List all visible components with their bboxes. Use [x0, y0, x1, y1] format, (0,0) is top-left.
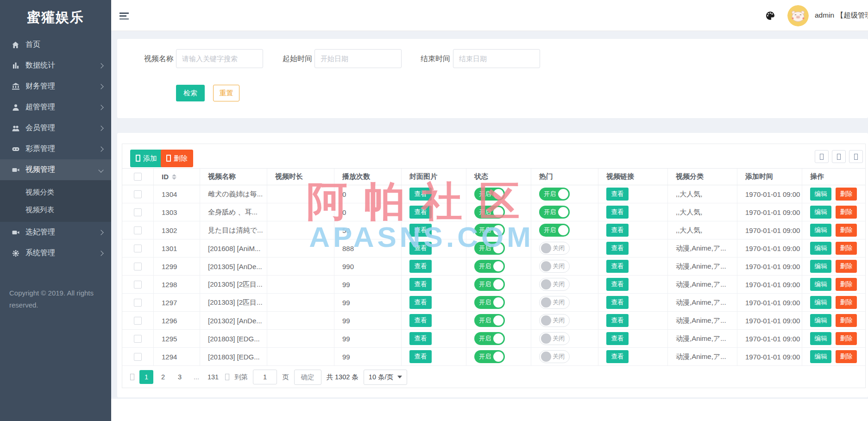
- status-toggle[interactable]: 开启: [474, 314, 505, 327]
- status-toggle[interactable]: 开启: [474, 296, 505, 309]
- row-checkbox[interactable]: [122, 221, 154, 239]
- select-all-checkbox[interactable]: [122, 169, 154, 185]
- view-cover-button[interactable]: 查看: [409, 296, 432, 309]
- status-toggle[interactable]: 开启: [474, 242, 505, 255]
- edit-button[interactable]: 编辑: [810, 188, 831, 201]
- hot-toggle[interactable]: 开启: [539, 206, 570, 219]
- hot-toggle[interactable]: 关闭: [539, 296, 570, 309]
- view-cover-button[interactable]: 查看: [409, 278, 432, 291]
- add-button[interactable]: 添加: [130, 150, 163, 167]
- next-page-button[interactable]: [225, 374, 229, 380]
- view-link-button[interactable]: 查看: [606, 350, 629, 363]
- delete-row-button[interactable]: 删除: [836, 224, 857, 237]
- confirm-page-button[interactable]: 确定: [294, 370, 321, 385]
- delete-row-button[interactable]: 删除: [836, 206, 857, 219]
- menu-fold-icon[interactable]: [120, 13, 129, 21]
- view-link-button[interactable]: 查看: [606, 296, 629, 309]
- row-checkbox[interactable]: [122, 330, 154, 347]
- edit-button[interactable]: 编辑: [810, 278, 831, 291]
- row-checkbox[interactable]: [122, 276, 154, 293]
- delete-row-button[interactable]: 删除: [836, 332, 857, 345]
- view-cover-button[interactable]: 查看: [409, 224, 432, 237]
- edit-button[interactable]: 编辑: [810, 314, 831, 327]
- view-cover-button[interactable]: 查看: [409, 260, 432, 273]
- sidebar-item[interactable]: 系统管理: [0, 243, 111, 264]
- delete-row-button[interactable]: 删除: [836, 188, 857, 201]
- view-link-button[interactable]: 查看: [606, 206, 629, 219]
- view-link-button[interactable]: 查看: [606, 188, 629, 201]
- hot-toggle[interactable]: 关闭: [539, 242, 570, 255]
- delete-row-button[interactable]: 删除: [836, 350, 857, 363]
- view-link-button[interactable]: 查看: [606, 278, 629, 291]
- sidebar-item[interactable]: 数据统计: [0, 55, 111, 76]
- goto-page-input[interactable]: [253, 370, 277, 384]
- view-cover-button[interactable]: 查看: [409, 314, 432, 327]
- hot-toggle[interactable]: 关闭: [539, 278, 570, 291]
- page-button[interactable]: 2: [156, 370, 170, 384]
- table-tool-button-3[interactable]: [849, 150, 863, 163]
- sidebar-item[interactable]: 彩票管理: [0, 138, 111, 159]
- status-toggle[interactable]: 开启: [474, 332, 505, 345]
- end-date-input[interactable]: [453, 49, 540, 68]
- hot-toggle[interactable]: 关闭: [539, 332, 570, 345]
- user-name[interactable]: admin 【超级管理员】: [815, 11, 868, 20]
- delete-row-button[interactable]: 删除: [836, 278, 857, 291]
- row-checkbox[interactable]: [122, 203, 154, 221]
- view-link-button[interactable]: 查看: [606, 332, 629, 345]
- sidebar-item[interactable]: 视频管理: [0, 159, 111, 180]
- reset-button[interactable]: 重置: [213, 85, 239, 101]
- view-link-button[interactable]: 查看: [606, 314, 629, 327]
- view-cover-button[interactable]: 查看: [409, 188, 432, 201]
- start-date-input[interactable]: [314, 49, 402, 68]
- delete-row-button[interactable]: 删除: [836, 296, 857, 309]
- view-cover-button[interactable]: 查看: [409, 206, 432, 219]
- row-checkbox[interactable]: [122, 312, 154, 329]
- sidebar-subitem[interactable]: 视频分类: [0, 183, 111, 201]
- row-checkbox[interactable]: [122, 348, 154, 365]
- prev-page-button[interactable]: [130, 374, 134, 380]
- page-size-select[interactable]: 10 条/页: [364, 370, 407, 385]
- table-tool-button-2[interactable]: [832, 150, 846, 163]
- page-button[interactable]: 131: [206, 370, 220, 384]
- sidebar-item[interactable]: 选妃管理: [0, 222, 111, 243]
- row-checkbox[interactable]: [122, 294, 154, 311]
- row-checkbox[interactable]: [122, 239, 154, 257]
- edit-button[interactable]: 编辑: [810, 260, 831, 273]
- view-cover-button[interactable]: 查看: [409, 242, 432, 255]
- view-link-button[interactable]: 查看: [606, 224, 629, 237]
- user-avatar[interactable]: [787, 5, 809, 26]
- edit-button[interactable]: 编辑: [810, 242, 831, 255]
- status-toggle[interactable]: 开启: [474, 350, 505, 363]
- page-button[interactable]: 1: [139, 370, 153, 384]
- search-button[interactable]: 检索: [176, 85, 205, 101]
- page-button[interactable]: 3: [173, 370, 187, 384]
- status-toggle[interactable]: 开启: [474, 278, 505, 291]
- edit-button[interactable]: 编辑: [810, 206, 831, 219]
- delete-row-button[interactable]: 删除: [836, 260, 857, 273]
- sidebar-item[interactable]: 首页: [0, 34, 111, 55]
- hot-toggle[interactable]: 开启: [539, 188, 570, 201]
- table-tool-button-1[interactable]: [815, 150, 829, 163]
- row-checkbox[interactable]: [122, 258, 154, 275]
- sort-icon[interactable]: [172, 174, 176, 180]
- sidebar-subitem[interactable]: 视频列表: [0, 201, 111, 219]
- view-cover-button[interactable]: 查看: [409, 332, 432, 345]
- hot-toggle[interactable]: 关闭: [539, 260, 570, 273]
- status-toggle[interactable]: 开启: [474, 224, 505, 237]
- view-link-button[interactable]: 查看: [606, 242, 629, 255]
- edit-button[interactable]: 编辑: [810, 350, 831, 363]
- sidebar-item[interactable]: 会员管理: [0, 118, 111, 138]
- hot-toggle[interactable]: 关闭: [539, 350, 570, 363]
- delete-row-button[interactable]: 删除: [836, 314, 857, 327]
- delete-button[interactable]: 删除: [161, 150, 193, 167]
- hot-toggle[interactable]: 开启: [539, 224, 570, 237]
- sidebar-item[interactable]: 财务管理: [0, 76, 111, 97]
- delete-row-button[interactable]: 删除: [836, 242, 857, 255]
- row-checkbox[interactable]: [122, 185, 154, 203]
- edit-button[interactable]: 编辑: [810, 332, 831, 345]
- edit-button[interactable]: 编辑: [810, 296, 831, 309]
- status-toggle[interactable]: 开启: [474, 206, 505, 219]
- hot-toggle[interactable]: 关闭: [539, 314, 570, 327]
- status-toggle[interactable]: 开启: [474, 260, 505, 273]
- theme-palette-icon[interactable]: [766, 11, 775, 20]
